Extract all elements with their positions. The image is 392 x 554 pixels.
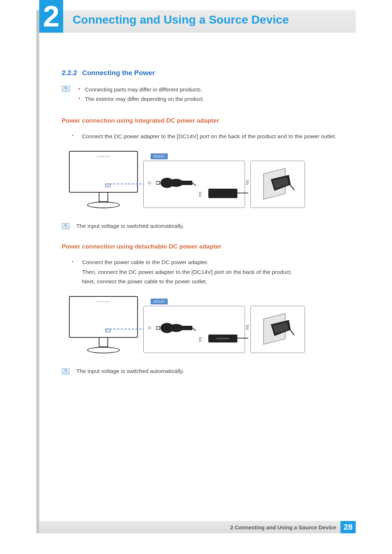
chapter-number: 2 bbox=[39, 0, 63, 33]
port-label: DC14V bbox=[151, 153, 168, 159]
port-dot bbox=[148, 181, 151, 184]
monitor-screen: SAMSUNG bbox=[69, 296, 138, 338]
body-list-item: Connect the power cable to the DC power … bbox=[72, 258, 352, 286]
svg-point-2 bbox=[169, 179, 183, 187]
intro-note-block: Connecting parts may differ in different… bbox=[62, 85, 352, 103]
monitor-stand-neck bbox=[99, 193, 108, 202]
section-title: Connecting the Power bbox=[82, 69, 155, 77]
note-icon bbox=[62, 368, 70, 374]
document-page: 2 Connecting and Using a Source Device 2… bbox=[0, 0, 392, 554]
monitor-brand: SAMSUNG bbox=[97, 155, 110, 157]
subsection-heading: Power connection using detachable DC pow… bbox=[62, 243, 352, 250]
cable-break-icon: ∫∫ bbox=[246, 179, 249, 185]
footer-band: 2 Connecting and Using a Source Device 2… bbox=[39, 521, 356, 533]
note-text: The input voltage is switched automatica… bbox=[76, 368, 184, 374]
power-diagram-integrated: SAMSUNG DC14V bbox=[65, 149, 305, 214]
adapter-block bbox=[208, 335, 237, 342]
svg-rect-0 bbox=[156, 181, 160, 184]
cable-break-icon: ∫∫ bbox=[246, 324, 249, 330]
wall-plug-icon bbox=[262, 313, 294, 346]
port-dot bbox=[148, 327, 151, 329]
intro-note-list: Connecting parts may differ in different… bbox=[76, 85, 352, 103]
monitor-stand-neck bbox=[99, 338, 108, 347]
svg-point-11 bbox=[169, 324, 183, 332]
dc-plug-icon bbox=[156, 321, 196, 335]
section-number: 2.2.2 bbox=[62, 69, 77, 77]
svg-line-17 bbox=[290, 330, 294, 335]
body-list-item: Connect the DC power adapter to the [DC1… bbox=[72, 132, 352, 141]
svg-rect-9 bbox=[156, 327, 160, 329]
monitor-stand-base bbox=[87, 202, 120, 208]
adapter-frame: ∫∫ bbox=[143, 161, 245, 208]
svg-line-8 bbox=[290, 185, 294, 190]
power-diagram-detachable: SAMSUNG DC14V bbox=[65, 294, 305, 360]
svg-line-4 bbox=[192, 183, 196, 186]
monitor-brand: SAMSUNG bbox=[97, 300, 110, 303]
page-number: 28 bbox=[340, 521, 356, 533]
content-area: 2.2.2Connecting the Power Connecting par… bbox=[62, 69, 352, 378]
note-icon bbox=[62, 223, 70, 229]
cable-segment bbox=[237, 193, 248, 193]
adapter-detail bbox=[216, 338, 229, 339]
intro-note-item: Connecting parts may differ in different… bbox=[76, 85, 352, 94]
note-after-block: The input voltage is switched automatica… bbox=[62, 222, 352, 229]
cable-break-icon: ∫∫ bbox=[199, 336, 202, 342]
wall-plug-icon bbox=[262, 168, 294, 201]
connection-dashed-line bbox=[106, 184, 149, 184]
note-icon bbox=[62, 86, 70, 92]
outlet-frame bbox=[250, 306, 305, 353]
dc-plug-icon bbox=[156, 176, 196, 190]
subsection-heading: Power connection using integrated DC pow… bbox=[62, 117, 352, 124]
monitor-illustration: SAMSUNG bbox=[65, 149, 142, 211]
connection-dashed-line bbox=[106, 329, 149, 329]
outlet-frame bbox=[250, 161, 305, 208]
section-heading: 2.2.2Connecting the Power bbox=[62, 69, 352, 77]
svg-line-13 bbox=[192, 328, 196, 331]
monitor-stand-base bbox=[87, 347, 120, 353]
cable-break-icon: ∫∫ bbox=[199, 191, 202, 197]
note-after-block: The input voltage is switched automatica… bbox=[62, 368, 352, 374]
intro-note-item: The exterior may differ depending on the… bbox=[76, 94, 352, 104]
adapter-frame: ∫∫ bbox=[143, 306, 245, 353]
body-list: Connect the power cable to the DC power … bbox=[72, 258, 352, 286]
chapter-title: Connecting and Using a Source Device bbox=[73, 13, 289, 26]
left-band bbox=[36, 10, 39, 533]
svg-rect-12 bbox=[181, 326, 192, 330]
svg-rect-3 bbox=[181, 181, 192, 185]
cable-segment bbox=[237, 338, 248, 338]
monitor-screen: SAMSUNG bbox=[69, 151, 138, 193]
footer-text: 2 Connecting and Using a Source Device bbox=[230, 524, 336, 530]
port-label: DC14V bbox=[151, 299, 168, 304]
note-text: The input voltage is switched automatica… bbox=[76, 223, 184, 229]
monitor-illustration: SAMSUNG bbox=[65, 294, 142, 356]
body-list: Connect the DC power adapter to the [DC1… bbox=[72, 132, 352, 141]
adapter-block bbox=[208, 189, 237, 198]
